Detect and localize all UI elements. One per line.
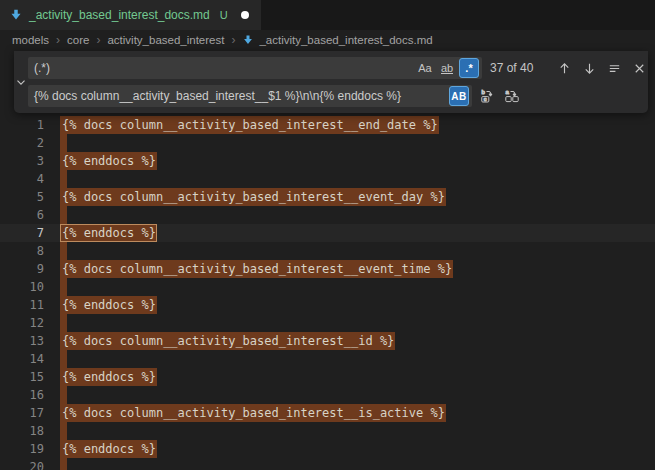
markdown-file-icon [9,8,23,22]
match-highlight: {% enddocs %} [60,224,157,242]
find-input[interactable]: (.*) Aa ab .* [28,57,482,79]
breadcrumb-separator: › [96,33,100,47]
svg-text:a: a [505,89,509,95]
match-highlight: {% docs column__activity_based_interest_… [60,260,453,278]
empty-match-highlight [60,314,67,332]
line-content: {% enddocs %} [62,224,157,242]
line-content [62,170,67,188]
breadcrumb-item-core[interactable]: core [67,34,89,46]
line-number: 5 [0,188,44,206]
unsaved-dot-icon[interactable] [241,11,249,19]
code-line[interactable]: 17{% docs column__activity_based_interes… [0,404,655,422]
match-highlight: {% enddocs %} [60,152,157,170]
code-line[interactable]: 18 [0,422,655,440]
line-number: 2 [0,134,44,152]
breadcrumb-item-models[interactable]: models [12,34,49,46]
match-highlight: {% enddocs %} [60,440,157,458]
empty-match-highlight [60,206,67,224]
code-line[interactable]: 11{% enddocs %} [0,296,655,314]
line-content [62,422,67,440]
replace-input[interactable]: {% docs column__activity_based_interest_… [28,85,472,107]
line-number: 17 [0,404,44,422]
preserve-case-toggle[interactable]: AB [449,86,469,106]
tab-bar: _activity_based_interest_docs.md U [0,0,655,30]
code-line[interactable]: 1{% docs column__activity_based_interest… [0,116,655,134]
find-replace-widget: (.*) Aa ab .* 37 of 40 [14,51,648,113]
code-line[interactable]: 15{% enddocs %} [0,368,655,386]
find-value: (.*) [34,61,50,75]
line-number: 16 [0,386,44,404]
editor-tab[interactable]: _activity_based_interest_docs.md U [0,0,261,30]
code-line[interactable]: 16 [0,386,655,404]
line-content [62,386,67,404]
line-content: {% enddocs %} [62,440,157,458]
replace-button[interactable]: b c [476,86,497,107]
line-number: 11 [0,296,44,314]
code-line[interactable]: 4 [0,170,655,188]
empty-match-highlight [60,350,67,368]
code-line[interactable]: 3{% enddocs %} [0,152,655,170]
match-highlight: {% docs column__activity_based_interest_… [60,332,395,350]
code-line[interactable]: 9{% docs column__activity_based_interest… [0,260,655,278]
code-line[interactable]: 6 [0,206,655,224]
line-number: 6 [0,206,44,224]
empty-match-highlight [60,242,67,260]
git-status-badge: U [220,9,228,21]
regex-toggle[interactable]: .* [459,58,479,78]
code-area[interactable]: 1{% docs column__activity_based_interest… [0,116,655,470]
empty-match-highlight [60,422,67,440]
find-in-selection-button[interactable] [604,58,625,79]
empty-match-highlight [60,278,67,296]
line-content [62,134,67,152]
editor-pane[interactable]: (.*) Aa ab .* 37 of 40 [0,50,655,470]
code-line[interactable]: 12 [0,314,655,332]
markdown-file-icon [242,34,254,46]
code-line[interactable]: 14 [0,350,655,368]
code-line[interactable]: 2 [0,134,655,152]
whole-word-toggle[interactable]: ab [437,58,457,78]
code-line[interactable]: 20 [0,458,655,470]
svg-text:c: c [483,96,486,102]
line-content [62,206,67,224]
line-content: {% enddocs %} [62,296,157,314]
breadcrumb-separator: › [231,33,235,47]
match-highlight: {% docs column__activity_based_interest_… [60,188,446,206]
line-number: 14 [0,350,44,368]
previous-match-button[interactable] [554,58,575,79]
svg-text:b: b [481,89,485,95]
match-highlight: {% docs column__activity_based_interest_… [60,404,446,422]
line-number: 9 [0,260,44,278]
match-case-toggle[interactable]: Aa [415,58,435,78]
code-line[interactable]: 10 [0,278,655,296]
breadcrumb-item-folder[interactable]: activity_based_interest [107,34,224,46]
line-number: 8 [0,242,44,260]
line-content: {% docs column__activity_based_interest_… [62,260,453,278]
code-line[interactable]: 7{% enddocs %} [0,224,655,242]
line-number: 3 [0,152,44,170]
empty-match-highlight [60,386,67,404]
code-line[interactable]: 5{% docs column__activity_based_interest… [0,188,655,206]
line-number: 4 [0,170,44,188]
code-line[interactable]: 13{% docs column__activity_based_interes… [0,332,655,350]
close-icon[interactable] [629,58,650,79]
line-content: {% enddocs %} [62,152,157,170]
match-highlight: {% enddocs %} [60,296,157,314]
line-content: {% docs column__activity_based_interest_… [62,404,446,422]
next-match-button[interactable] [579,58,600,79]
replace-all-button[interactable]: a [501,86,522,107]
breadcrumb-separator: › [56,33,60,47]
line-content: {% docs column__activity_based_interest_… [62,188,446,206]
toggle-replace-button[interactable] [14,51,28,113]
line-content [62,314,67,332]
empty-match-highlight [60,134,67,152]
replace-row: {% docs column__activity_based_interest_… [28,85,650,107]
match-count: 37 of 40 [490,61,544,75]
line-content: {% docs column__activity_based_interest_… [62,332,395,350]
line-number: 12 [0,314,44,332]
line-content [62,458,67,470]
chevron-down-icon [14,75,28,89]
match-highlight: {% enddocs %} [60,368,157,386]
code-line[interactable]: 19{% enddocs %} [0,440,655,458]
code-line[interactable]: 8 [0,242,655,260]
breadcrumb-item-file[interactable]: _activity_based_interest_docs.md [242,34,432,46]
